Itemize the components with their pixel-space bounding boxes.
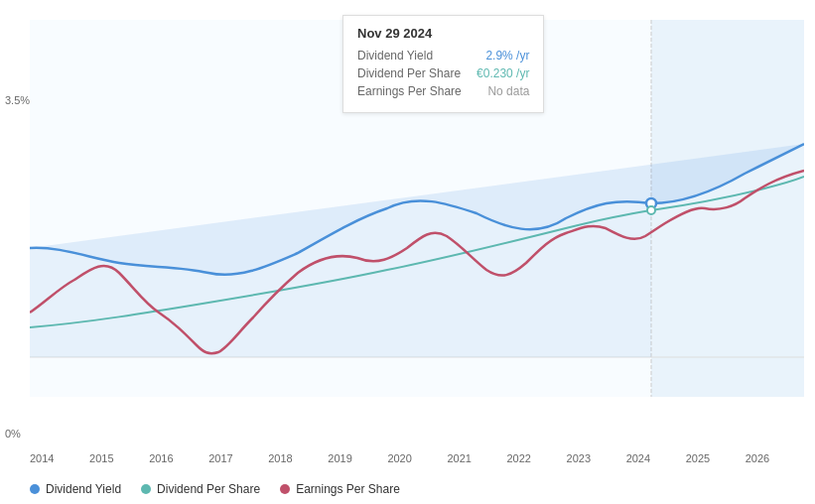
tooltip-value-1: 2.9% /yr [485, 49, 529, 63]
tooltip-row-2: Dividend Per Share €0.230 /yr [357, 66, 529, 80]
x-label-2019: 2019 [328, 452, 351, 464]
x-label-2020: 2020 [387, 452, 411, 464]
x-label-2017: 2017 [208, 452, 232, 464]
legend-dot-earnings-per-share [280, 484, 290, 494]
y-axis-top-label: 3.5% [5, 94, 30, 106]
tooltip-value-3: No data [487, 84, 529, 98]
x-axis-labels: 2014 2015 2016 2017 2018 2019 2020 2021 … [30, 452, 805, 464]
tooltip-date: Nov 29 2024 [357, 26, 529, 41]
x-label-2021: 2021 [447, 452, 471, 464]
chart-tooltip: Nov 29 2024 Dividend Yield 2.9% /yr Divi… [342, 15, 544, 113]
x-label-2014: 2014 [30, 452, 54, 464]
tooltip-row-3: Earnings Per Share No data [357, 84, 529, 98]
chart-legend: Dividend Yield Dividend Per Share Earnin… [30, 482, 400, 496]
legend-item-earnings-per-share: Earnings Per Share [280, 482, 400, 496]
legend-dot-dividend-yield [30, 484, 40, 494]
tooltip-value-2: €0.230 /yr [476, 66, 529, 80]
x-label-2024: 2024 [626, 452, 650, 464]
legend-label-earnings-per-share: Earnings Per Share [296, 482, 400, 496]
legend-label-dividend-per-share: Dividend Per Share [157, 482, 260, 496]
legend-item-dividend-per-share: Dividend Per Share [141, 482, 260, 496]
x-label-2026: 2026 [746, 452, 769, 464]
legend-item-dividend-yield: Dividend Yield [30, 482, 121, 496]
tooltip-row-1: Dividend Yield 2.9% /yr [357, 49, 529, 63]
x-label-2016: 2016 [149, 452, 173, 464]
tooltip-label-1: Dividend Yield [357, 49, 433, 63]
chart-container: Nov 29 2024 Dividend Yield 2.9% /yr Divi… [0, 0, 815, 504]
x-label-2023: 2023 [567, 452, 591, 464]
tooltip-label-2: Dividend Per Share [357, 66, 461, 80]
legend-label-dividend-yield: Dividend Yield [46, 482, 121, 496]
tooltip-label-3: Earnings Per Share [357, 84, 462, 98]
x-label-2022: 2022 [507, 452, 531, 464]
x-label-2015: 2015 [89, 452, 113, 464]
svg-point-5 [647, 206, 655, 214]
legend-dot-dividend-per-share [141, 484, 151, 494]
y-axis-bottom-label: 0% [5, 428, 21, 440]
x-label-2025: 2025 [686, 452, 710, 464]
x-label-2018: 2018 [268, 452, 292, 464]
